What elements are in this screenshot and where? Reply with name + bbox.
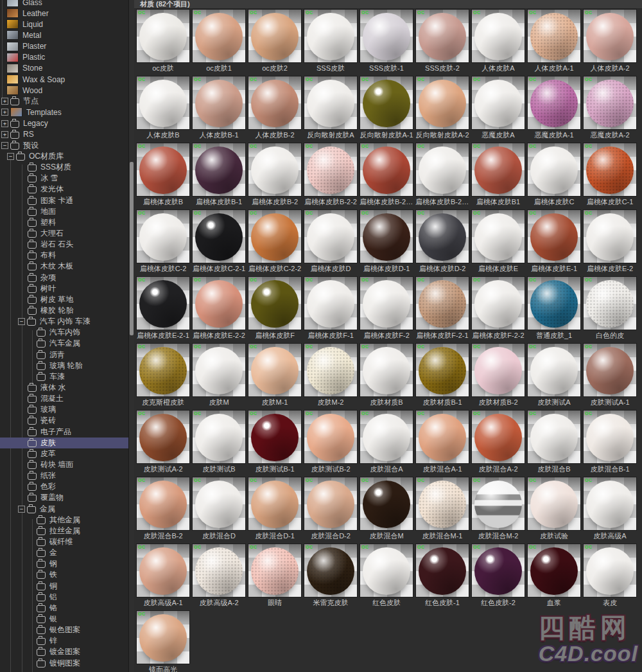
- material-item[interactable]: OC红色皮肤: [360, 544, 413, 610]
- sidebar-item-布料[interactable]: 布料: [0, 250, 128, 261]
- material-item[interactable]: OC皮肤混合M-2: [471, 477, 525, 544]
- material-item[interactable]: OC红色皮肤-1: [415, 544, 469, 610]
- material-item[interactable]: OCoc皮肤: [136, 9, 190, 76]
- material-item[interactable]: OC皮肤高级A-1: [136, 544, 190, 610]
- sidebar-item-plastic[interactable]: Plastic: [0, 52, 128, 63]
- collapse-minus-icon[interactable]: −: [18, 318, 25, 325]
- sidebar-item-图案-卡通[interactable]: 图案 卡通: [0, 195, 128, 206]
- sidebar-item-汽车-内饰-车漆[interactable]: −汽车 内饰 车漆: [0, 316, 128, 327]
- material-item[interactable]: OC扁桃体皮肤D-2: [415, 209, 469, 276]
- material-item[interactable]: OC皮肤测试A-2: [136, 410, 190, 477]
- sidebar-item-色彩[interactable]: 色彩: [0, 481, 128, 492]
- material-item[interactable]: OC人体皮肤A-1: [527, 9, 581, 76]
- material-item[interactable]: OC皮肤高级A-2: [192, 544, 246, 610]
- material-item[interactable]: OC扁桃体皮肤C-2-1: [192, 209, 246, 276]
- material-item[interactable]: OC皮肤测试B: [192, 410, 246, 477]
- material-item[interactable]: OC扁桃体皮肤F-1: [304, 276, 358, 343]
- expand-plus-icon[interactable]: +: [1, 98, 8, 105]
- sidebar-item-金[interactable]: 金: [0, 547, 128, 558]
- sidebar-item-瓷砖[interactable]: 瓷砖: [0, 415, 128, 426]
- material-item[interactable]: OC血浆: [527, 544, 581, 610]
- collapse-minus-icon[interactable]: −: [18, 506, 25, 513]
- sidebar-item-legacy[interactable]: +Legacy: [0, 118, 128, 129]
- material-item[interactable]: OC扁桃体皮肤B: [136, 143, 190, 209]
- sidebar-scrollbar-track[interactable]: [128, 0, 134, 672]
- sidebar-item-templates[interactable]: +Templates: [0, 107, 128, 118]
- material-item[interactable]: OC扁桃体皮肤B-2-...: [360, 143, 413, 209]
- sidebar-item-大理石[interactable]: 大理石: [0, 228, 128, 239]
- sidebar-item-镀金图案[interactable]: 镀金图案: [0, 646, 128, 657]
- sidebar-item-leather[interactable]: Leather: [0, 8, 128, 19]
- sidebar-item-银色图案[interactable]: 银色图案: [0, 624, 128, 635]
- material-item[interactable]: OC皮肤材质B: [360, 343, 413, 410]
- sidebar-item-塑料[interactable]: 塑料: [0, 217, 128, 228]
- material-item[interactable]: OC恶魔皮肤A-2: [583, 76, 637, 143]
- material-item[interactable]: OC扁桃体皮肤F-2: [360, 276, 413, 343]
- sidebar-item-发光体[interactable]: 发光体: [0, 184, 128, 195]
- sidebar-item-玻璃[interactable]: 玻璃: [0, 404, 128, 415]
- material-item[interactable]: OCSSS皮肤-2: [415, 9, 469, 76]
- sidebar-item-玻璃-轮胎[interactable]: 玻璃 轮胎: [0, 360, 128, 371]
- material-item[interactable]: OC皮肤材质B-2: [471, 343, 525, 410]
- material-item[interactable]: OC扁桃体皮肤B-2-2: [304, 143, 358, 209]
- material-item[interactable]: OC扁桃体皮肤F: [248, 276, 302, 343]
- sidebar-item-皮革[interactable]: 皮革: [0, 448, 128, 459]
- sidebar-scrollbar-thumb[interactable]: [130, 162, 134, 335]
- collapse-minus-icon[interactable]: −: [1, 142, 8, 149]
- sidebar-item-metal[interactable]: Metal: [0, 30, 128, 40]
- material-item[interactable]: OC皮肤材质B-1: [415, 343, 469, 410]
- sidebar-item-铁[interactable]: 铁: [0, 569, 128, 580]
- material-item[interactable]: OC扁桃体皮肤C-1: [583, 143, 637, 209]
- sidebar-item-wood[interactable]: Wood: [0, 85, 128, 96]
- material-item[interactable]: OC皮肤混合A-2: [471, 410, 525, 477]
- collapse-minus-icon[interactable]: −: [7, 153, 14, 160]
- sidebar-item-覆盖物[interactable]: 覆盖物: [0, 492, 128, 503]
- sidebar-item-橡胶-轮胎[interactable]: 橡胶 轮胎: [0, 305, 128, 316]
- sidebar-item-汽车金属[interactable]: 汽车金属: [0, 338, 128, 349]
- material-item[interactable]: OC人体皮肤A: [471, 9, 525, 76]
- sidebar-item-拉丝金属[interactable]: 拉丝金属: [0, 526, 128, 536]
- material-item[interactable]: OC皮肤测试B-1: [248, 410, 302, 477]
- material-item[interactable]: OCoc皮肤1: [192, 9, 246, 76]
- sidebar-item-铝[interactable]: 铝: [0, 592, 128, 603]
- sidebar-item-oc材质库[interactable]: −OC材质库: [0, 151, 128, 162]
- sidebar-item-锌[interactable]: 锌: [0, 635, 128, 646]
- material-item[interactable]: OC皮肤混合D: [192, 477, 246, 544]
- material-item[interactable]: OC红色皮肤-2: [471, 544, 525, 610]
- material-item[interactable]: OC扁桃体皮肤E-2: [583, 209, 637, 276]
- material-item[interactable]: OC人体皮肤B-1: [192, 76, 246, 143]
- sidebar-item-木纹-木板[interactable]: 木纹 木板: [0, 261, 128, 272]
- material-item[interactable]: OC扁桃体皮肤E-1: [527, 209, 581, 276]
- material-item[interactable]: OC反向散射皮肤A-2: [415, 76, 469, 143]
- material-item[interactable]: OCSSS皮肤: [304, 9, 358, 76]
- material-item[interactable]: OC皮克斯橙皮肤: [136, 343, 190, 410]
- sidebar-item-wax-&-soap[interactable]: Wax & Soap: [0, 74, 128, 85]
- sidebar-item-树叶[interactable]: 树叶: [0, 283, 128, 294]
- material-item[interactable]: OC皮肤混合M: [360, 477, 413, 544]
- sidebar-item-电子产品[interactable]: 电子产品: [0, 426, 128, 437]
- material-item[interactable]: OC扁桃体皮肤B-2: [248, 143, 302, 209]
- material-item[interactable]: OC扁桃体皮肤D: [304, 209, 358, 276]
- material-item[interactable]: OC皮肤混合B-1: [583, 410, 637, 477]
- sidebar-item-岩石-石头[interactable]: 岩石 石头: [0, 239, 128, 250]
- sidebar-item-沥青[interactable]: 沥青: [0, 349, 128, 360]
- expand-plus-icon[interactable]: +: [1, 120, 8, 127]
- material-item[interactable]: OC扁桃体皮肤F-2-1: [415, 276, 469, 343]
- material-item[interactable]: OC恶魔皮肤A-1: [527, 76, 581, 143]
- sidebar-item-砖块-墙面[interactable]: 砖块 墙面: [0, 459, 128, 470]
- material-item[interactable]: OC皮肤试验: [527, 477, 581, 544]
- sidebar-item-节点[interactable]: +节点: [0, 96, 128, 107]
- material-item[interactable]: OC皮肤混合D-1: [248, 477, 302, 544]
- sidebar-item-铜[interactable]: 铜: [0, 580, 128, 591]
- material-item[interactable]: OC皮肤M-2: [304, 343, 358, 410]
- material-item[interactable]: OC皮肤M-1: [248, 343, 302, 410]
- sidebar-item-液体-水[interactable]: 液体 水: [0, 382, 128, 393]
- sidebar-item-金属[interactable]: −金属: [0, 503, 128, 514]
- material-item[interactable]: OC恶魔皮肤A: [471, 76, 525, 143]
- material-item[interactable]: OC扁桃体皮肤E-2-1: [136, 276, 190, 343]
- material-item[interactable]: OC皮肤混合B-2: [136, 477, 190, 544]
- sidebar-item-树皮-草地[interactable]: 树皮 草地: [0, 294, 128, 305]
- sidebar-item-预设[interactable]: −预设: [0, 140, 128, 151]
- material-item[interactable]: OCoc皮肤2: [248, 9, 302, 76]
- material-item[interactable]: OC人体皮肤B-2: [248, 76, 302, 143]
